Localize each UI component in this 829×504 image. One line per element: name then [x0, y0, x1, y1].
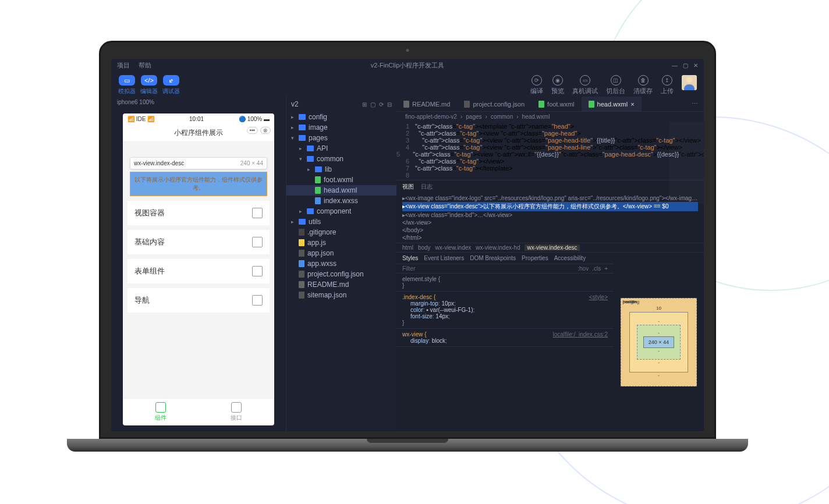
crumb-wx-view.index-hd[interactable]: wx-view.index-hd: [476, 244, 520, 251]
new-folder-icon[interactable]: ▢: [370, 101, 375, 108]
folder-image[interactable]: ▸image: [286, 122, 396, 133]
file-app.js[interactable]: app.js: [286, 237, 396, 248]
user-avatar[interactable]: [682, 75, 697, 90]
dom-crumb-bar[interactable]: htmlbodywx-view.indexwx-view.index-hdwx-…: [396, 243, 704, 252]
window-controls: — ▢ ✕: [668, 62, 698, 69]
phone-title: 小程序组件展示: [174, 129, 223, 137]
battery-icon: 🔵 100% ▬: [239, 116, 270, 122]
styles-tab-dom-breakpoints[interactable]: DOM Breakpoints: [470, 255, 516, 261]
phone-body[interactable]: wx-view.index-desc 240 × 44 以下将展示小程序官方组件…: [123, 142, 274, 398]
dom-node[interactable]: ▸<wx-view class="index-bd">…</wx-view>: [402, 211, 698, 219]
mode-debugger-icon[interactable]: ⸙: [163, 75, 179, 86]
crumb-html[interactable]: html: [402, 244, 413, 251]
upload-button[interactable]: ↥上传: [661, 75, 674, 95]
tree-root-name[interactable]: v2: [291, 100, 299, 108]
clear-cache-button[interactable]: 🗑清缓存: [633, 75, 653, 95]
file-icon: [315, 187, 321, 194]
tab-head.wxml[interactable]: head.wxml×: [582, 97, 642, 111]
menu-item-view-container[interactable]: 视图容器: [127, 201, 270, 225]
breadcrumb[interactable]: fino-applet-demo-v2›pages›common›head.wx…: [396, 112, 704, 122]
styles-tab-accessibility[interactable]: Accessibility: [554, 255, 586, 261]
menu-help[interactable]: 帮助: [139, 62, 151, 69]
devtools-tab-view[interactable]: 视图: [402, 183, 414, 191]
file-icon: [589, 101, 594, 108]
tab-api[interactable]: 接口: [199, 399, 274, 425]
crumb-body[interactable]: body: [418, 244, 431, 251]
minimize-icon[interactable]: —: [672, 62, 678, 69]
close-program-icon[interactable]: ⊗: [260, 127, 271, 134]
text-icon: [252, 237, 263, 247]
menu-item-form[interactable]: 表单组件: [127, 259, 270, 283]
folder-pages[interactable]: ▾pages: [286, 133, 396, 143]
minimap[interactable]: [669, 122, 704, 203]
compile-button[interactable]: ⟳编译: [530, 75, 543, 95]
styles-filter-input[interactable]: Filter: [402, 265, 415, 272]
cls-toggle[interactable]: .cls: [592, 265, 601, 272]
folder-config[interactable]: ▸config: [286, 112, 396, 122]
tab-foot.wxml[interactable]: foot.wxml: [532, 97, 581, 111]
file-project.config.json[interactable]: project.config.json: [286, 269, 396, 279]
maximize-icon[interactable]: ▢: [683, 62, 688, 69]
folder-common[interactable]: ▾common: [286, 154, 396, 164]
remote-debug-button[interactable]: ▭真机调试: [572, 75, 598, 95]
tab-component[interactable]: 组件: [123, 399, 199, 425]
close-icon[interactable]: ✕: [693, 62, 698, 69]
add-rule-icon[interactable]: +: [604, 265, 608, 272]
menu-project[interactable]: 项目: [117, 62, 130, 69]
dom-node[interactable]: </wx-view>: [402, 219, 698, 226]
close-tab-icon[interactable]: ×: [630, 101, 634, 108]
simulator-device-label[interactable]: iphone6 100%: [111, 97, 286, 108]
css-rule-index-desc[interactable]: .index-desc {<style> margin-top: 10px;co…: [396, 292, 614, 329]
folder-utils[interactable]: ▸utils: [286, 216, 396, 227]
more-icon[interactable]: •••: [247, 127, 258, 134]
box-model[interactable]: margin 10 border - padding - 240 × 4: [614, 253, 704, 431]
file-icon: [315, 197, 321, 204]
styles-tab-styles[interactable]: Styles: [402, 255, 418, 261]
file-app.wxss[interactable]: app.wxss: [286, 258, 396, 269]
file-foot.wxml[interactable]: foot.wxml: [286, 175, 396, 185]
css-rule-wx-view[interactable]: wx-view {localfile:/_index.css:2 display…: [396, 329, 614, 347]
preview-button[interactable]: ◉预览: [551, 75, 564, 95]
folder-lib[interactable]: ▸lib: [286, 164, 396, 175]
mode-editor-icon[interactable]: </>: [141, 75, 157, 86]
folder-icon: [315, 166, 322, 172]
devtools-tab-log[interactable]: 日志: [421, 183, 433, 191]
code-editor[interactable]: 1"c-attr">class="c-tag"><template "c-att…: [396, 122, 704, 180]
folder-icon: [307, 145, 314, 151]
dom-inspector[interactable]: ▸<wx-image class="index-logo" src="../re…: [396, 193, 704, 243]
refresh-icon[interactable]: ⟳: [379, 101, 384, 108]
tab-project.config.json[interactable]: project.config.json: [457, 97, 532, 111]
mode-simulator-icon[interactable]: ▭: [119, 75, 135, 86]
hov-toggle[interactable]: :hov: [578, 265, 589, 272]
crumb-wx-view.index-desc[interactable]: wx-view.index-desc: [525, 244, 579, 251]
styles-tab-event-listeners[interactable]: Event Listeners: [424, 255, 464, 261]
tab-README.md[interactable]: README.md: [396, 97, 457, 111]
crumb-wx-view.index[interactable]: wx-view.index: [435, 244, 472, 251]
mode-simulator-label: 模拟器: [118, 87, 136, 95]
background-icon: ◫: [611, 75, 621, 86]
element-style-block[interactable]: element.style {}: [396, 274, 614, 292]
new-file-icon[interactable]: ⊞: [362, 101, 367, 108]
dom-node[interactable]: ▸<wx-image class="index-logo" src="../re…: [402, 194, 698, 202]
dom-node[interactable]: </html>: [402, 234, 698, 242]
phone-statusbar: 📶 IDE 📶 10:01 🔵 100% ▬: [123, 113, 274, 125]
tabs-more-icon[interactable]: ⋯: [686, 97, 704, 111]
file-sitemap.json[interactable]: sitemap.json: [286, 290, 396, 300]
menu-item-nav[interactable]: 导航: [127, 288, 270, 313]
dom-node[interactable]: </body>: [402, 226, 698, 234]
tooltip-selector: wx-view.index-desc: [134, 160, 184, 166]
collapse-icon[interactable]: ⊟: [387, 101, 392, 108]
styles-tab-properties[interactable]: Properties: [522, 255, 548, 261]
file-README.md[interactable]: README.md: [286, 279, 396, 290]
file-app.json[interactable]: app.json: [286, 248, 396, 258]
phone-header: 小程序组件展示 ••• ⊗: [123, 125, 274, 142]
dom-node[interactable]: ▸<wx-view class="index-desc">以下将展示小程序官方组…: [402, 202, 698, 211]
folder-component[interactable]: ▸component: [286, 206, 396, 216]
folder-API[interactable]: ▸API: [286, 143, 396, 154]
background-button[interactable]: ◫切后台: [606, 75, 625, 95]
file-.gitignore[interactable]: .gitignore: [286, 227, 396, 237]
file-head.wxml[interactable]: head.wxml: [286, 185, 396, 196]
file-index.wxss[interactable]: index.wxss: [286, 196, 396, 206]
menu-item-text[interactable]: 基础内容: [127, 230, 270, 254]
highlighted-element[interactable]: 以下将展示小程序官方组件能力，组件样式仅供参考。: [130, 172, 267, 196]
